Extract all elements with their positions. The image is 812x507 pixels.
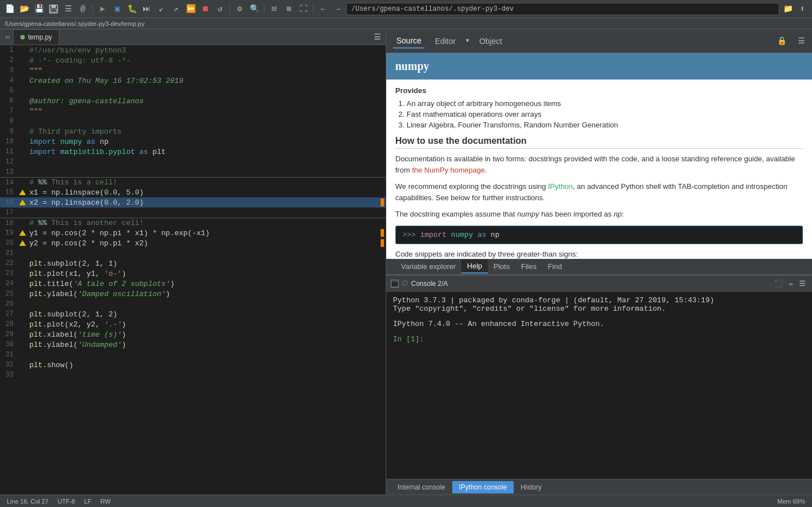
files-tab[interactable]: Files (515, 260, 542, 273)
run-icon[interactable]: ▶ (96, 3, 109, 15)
provides-title: Provides (395, 86, 803, 95)
memory-status: Mem 69% (777, 498, 805, 505)
statusbar: Line 16, Col 27 UTF-8 LF RW Mem 69% (0, 495, 812, 507)
tab-menu-icon[interactable]: ☰ (372, 29, 383, 45)
numpy-homepage-link[interactable]: the NumPy homepage (412, 166, 485, 174)
help-panel: Source Editor ▼ Object 🔒 ☰ numpy Provide… (386, 29, 812, 275)
history-tab[interactable]: History (514, 481, 548, 493)
current-file-path: /Users/gpena-castellanos/.spyder-py3-dev… (5, 20, 144, 27)
code-line-33: 33 (0, 370, 386, 380)
warning-icon-19 (19, 230, 26, 236)
back-icon[interactable]: ← (317, 3, 329, 15)
step-out-icon[interactable]: ↗ (170, 3, 182, 15)
code-line-9: 9 # Third party imports (0, 126, 386, 136)
variable-explorer-tab[interactable]: Variable explorer (395, 260, 461, 273)
zoom-out-icon[interactable]: ⊟ (268, 3, 280, 15)
run-cell-icon[interactable]: ▣ (111, 3, 123, 15)
profile-icon[interactable]: ⚙ (233, 3, 246, 15)
code-line-28: 28 plt.plot(x2, y2, '.-') (0, 319, 386, 329)
find-tab[interactable]: Find (542, 260, 567, 273)
how-to-title: How to use the documentation (395, 136, 803, 149)
fullscreen-icon[interactable]: ⛶ (297, 3, 310, 15)
console-title: Console 2/A (411, 280, 769, 288)
help-tab-btn[interactable]: Help (461, 259, 488, 274)
internal-console-tab[interactable]: Internal console (391, 481, 452, 493)
console-content[interactable]: Python 3.7.3 | packaged by conda-forge |… (386, 292, 812, 479)
debug-icon[interactable]: 🐛 (126, 3, 138, 15)
console-actions: ⬛ ✏ ☰ (773, 279, 807, 288)
editor-dropdown-icon[interactable]: ▼ (466, 38, 469, 44)
svg-rect-2 (51, 9, 56, 12)
continue-icon[interactable]: ⏩ (184, 3, 197, 15)
panel-tabs: Variable explorer Help Plots Files Find (386, 259, 812, 275)
python-version-line: Python 3.7.3 | packaged by conda-forge |… (393, 296, 805, 305)
upload-icon[interactable]: ⬆ (796, 3, 809, 15)
path-input[interactable]: /Users/gpena-castellanos/.spyder-py3-dev (346, 3, 779, 15)
console-edit-btn[interactable]: ✏ (787, 279, 795, 288)
right-panel: Source Editor ▼ Object 🔒 ☰ numpy Provide… (386, 29, 812, 495)
code-line-12: 12 (0, 157, 386, 167)
code-line-27: 27 plt.subplot(2, 1, 2) (0, 309, 386, 319)
code-line-1: 1 #!/usr/bin/env python3 (0, 45, 386, 55)
svg-rect-1 (51, 5, 56, 8)
search-icon[interactable]: 🔍 (248, 3, 261, 15)
ipython-link[interactable]: IPython (548, 182, 573, 191)
ipython-console-tab[interactable]: IPython console (452, 481, 514, 493)
warning-icon-16 (19, 200, 26, 205)
console-prompt[interactable]: In [1]: (393, 335, 805, 343)
warning-icon-15 (19, 189, 26, 195)
console-menu-btn[interactable]: ☰ (797, 279, 807, 288)
forward-icon[interactable]: → (332, 3, 344, 15)
main-content: ▭ temp.py ☰ 1 #!/usr/bin/env python3 2 #… (0, 29, 812, 495)
console-panel-icon[interactable]: ▭ (391, 280, 399, 288)
provides-item-2: Fast mathematical operations over arrays (407, 110, 803, 118)
code-editor[interactable]: 1 #!/usr/bin/env python3 2 # -*- coding:… (0, 45, 386, 495)
line-marker-16 (379, 199, 386, 206)
code-example-block: >>> import numpy as np (395, 226, 803, 244)
code-line-3: 3 """ (0, 65, 386, 76)
editor-panel-icon[interactable]: ▭ (2, 29, 13, 45)
code-line-30: 30 plt.ylabel('Undamped') (0, 340, 386, 350)
pathbar: /Users/gpena-castellanos/.spyder-py3-dev… (0, 18, 812, 29)
help-para-1: Documentation is available in two forms:… (395, 153, 803, 175)
toolbar: 📄 📂 💾 ☰ @ ▶ ▣ 🐛 ⏭ ↙ ↗ ⏩ ⏹ ↺ ⚙ 🔍 ⊟ ⊞ ⛶ ← … (0, 0, 812, 18)
editor-tab-bar: ▭ temp.py ☰ (0, 29, 386, 45)
code-line-4: 4 Created on Thu May 16 17:02:53 2019 (0, 76, 386, 86)
code-line-29: 29 plt.xlabel('time (s)') (0, 329, 386, 340)
code-line-5: 5 (0, 86, 386, 96)
source-tab[interactable]: Source (393, 34, 425, 49)
mode-status: RW (100, 498, 111, 505)
step-over-icon[interactable]: ⏭ (140, 3, 153, 15)
module-name-header: numpy (386, 53, 812, 80)
code-line-19: 19 y1 = np.cos(2 * np.pi * x1) * np.exp(… (0, 228, 386, 238)
copyright-line: Type "copyright", "credits" or "license"… (393, 305, 805, 313)
open-file-icon[interactable]: 📂 (18, 3, 30, 15)
code-line-18: 18 # %% This is another cell! (0, 218, 386, 228)
editor-tab-temppy[interactable]: temp.py (13, 29, 60, 45)
code-line-25: 25 plt.ylabel('Damped oscillation') (0, 289, 386, 299)
eol-status: LF (84, 498, 91, 505)
step-into-icon[interactable]: ↙ (155, 3, 167, 15)
editor-tab[interactable]: Editor (431, 34, 459, 48)
restart-icon[interactable]: ↺ (214, 3, 226, 15)
object-tab[interactable]: Object (476, 34, 505, 48)
line-marker-19 (379, 229, 386, 237)
console-stop-btn[interactable]: ⬛ (773, 279, 785, 288)
code-line-32: 32 plt.show() (0, 360, 386, 370)
toolbar-separator-4 (313, 4, 314, 14)
save-all-icon[interactable] (47, 3, 60, 15)
toolbar-separator-2 (230, 4, 230, 14)
ipython-version-line: IPython 7.4.0 -- An enhanced Interactive… (393, 320, 805, 328)
help-menu-icon[interactable]: ☰ (798, 36, 805, 46)
zoom-in-icon[interactable]: ⊞ (283, 3, 295, 15)
save-icon[interactable]: 💾 (33, 3, 45, 15)
stop-icon[interactable]: ⏹ (199, 3, 211, 15)
code-line-16: 16 x2 = np.linspace(0.0, 2.0) (0, 197, 386, 208)
new-file-icon[interactable]: 📄 (3, 3, 16, 15)
folder-icon[interactable]: 📁 (782, 3, 794, 15)
plots-tab[interactable]: Plots (488, 260, 515, 273)
help-header: Source Editor ▼ Object 🔒 ☰ (386, 29, 812, 53)
at-icon[interactable]: @ (77, 3, 89, 15)
lock-icon[interactable]: 🔒 (777, 36, 787, 46)
list-icon[interactable]: ☰ (62, 3, 74, 15)
